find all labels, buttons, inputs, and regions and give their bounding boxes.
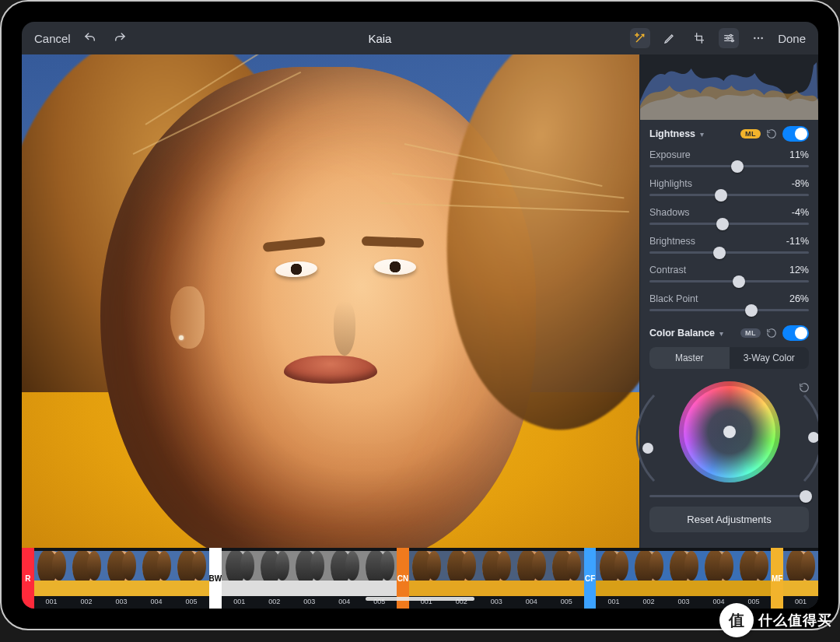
slider-brightness[interactable]: Brightness-11% — [640, 233, 818, 261]
svg-point-0 — [730, 34, 732, 37]
slider-value: -11% — [786, 236, 809, 247]
crop-icon[interactable] — [689, 28, 709, 48]
preset-group-mf[interactable]: MF — [771, 548, 783, 609]
tab-3way-color[interactable]: 3-Way Color — [730, 347, 810, 369]
reset-lightness-icon[interactable] — [765, 128, 778, 140]
adjustments-icon[interactable] — [719, 28, 739, 48]
slider-label: Black Point — [649, 293, 698, 304]
preset-label: 001 — [46, 598, 58, 605]
redo-icon[interactable] — [110, 28, 130, 48]
slider-value: -4% — [792, 207, 809, 218]
preset-item[interactable]: 003 — [479, 548, 514, 609]
svg-point-7 — [808, 432, 818, 443]
preset-label: 002 — [81, 598, 93, 605]
watermark-text: 什么值得买 — [758, 611, 832, 630]
slider-contrast[interactable]: Contrast12% — [640, 261, 818, 290]
preset-item[interactable]: 001 — [596, 548, 631, 609]
preset-label: 003 — [491, 598, 502, 605]
watermark-badge: 值 — [719, 603, 754, 637]
done-button[interactable]: Done — [778, 32, 806, 45]
lightness-toggle[interactable] — [782, 126, 809, 142]
svg-point-4 — [758, 37, 759, 39]
slider-highlights[interactable]: Highlights-8% — [640, 175, 818, 204]
color-balance-title: Color Balance — [649, 328, 715, 339]
preset-group-cf[interactable]: CF — [584, 548, 597, 609]
slider-label: Highlights — [649, 178, 692, 189]
chevron-down-icon: ▾ — [719, 329, 723, 338]
main-area: Lightness ▾ ML Exposure11%Highlights-8%S… — [22, 54, 818, 548]
undo-icon[interactable] — [80, 28, 100, 48]
slider-label: Exposure — [649, 149, 691, 160]
intensity-slider[interactable] — [649, 495, 809, 497]
preset-label: 004 — [338, 598, 350, 605]
preset-label: 004 — [151, 598, 163, 605]
preset-item[interactable]: 004 — [514, 548, 549, 609]
preset-item[interactable]: 002 — [257, 548, 292, 609]
home-indicator — [366, 597, 474, 601]
ml-badge[interactable]: ML — [740, 129, 761, 139]
svg-point-3 — [754, 37, 755, 39]
preset-item[interactable]: 004 — [139, 548, 174, 609]
adjustments-panel: Lightness ▾ ML Exposure11%Highlights-8%S… — [639, 54, 818, 548]
preset-item[interactable]: 003 — [292, 548, 327, 609]
ipad-frame: Cancel Kaia — [0, 0, 840, 630]
slider-shadows[interactable]: Shadows-4% — [640, 204, 818, 233]
slider-value: 26% — [789, 293, 809, 304]
document-title: Kaia — [144, 32, 616, 45]
preset-label: 003 — [116, 598, 128, 605]
lightness-title: Lightness — [649, 128, 695, 139]
preset-label: 001 — [233, 598, 245, 605]
preset-item[interactable]: 005 — [736, 548, 771, 609]
portrait-illustration — [22, 54, 639, 548]
svg-point-1 — [726, 37, 729, 40]
slider-label: Shadows — [649, 207, 689, 218]
colorbalance-mode-segment: Master 3-Way Color — [649, 347, 809, 369]
slider-label: Brightness — [649, 236, 695, 247]
slider-label: Contrast — [649, 265, 686, 275]
reset-colorbalance-icon[interactable] — [765, 327, 778, 339]
slider-value: 12% — [789, 265, 809, 275]
color-wheel-handle[interactable] — [723, 426, 736, 438]
preset-group-r[interactable]: R — [22, 548, 34, 609]
tab-master[interactable]: Master — [649, 347, 730, 369]
magic-wand-icon[interactable] — [630, 28, 650, 48]
preset-item[interactable]: 005 — [549, 548, 584, 609]
preset-label: 005 — [561, 598, 572, 605]
color-balance-section-header[interactable]: Color Balance ▾ ML — [640, 319, 818, 346]
pencil-icon[interactable] — [660, 28, 680, 48]
cancel-button[interactable]: Cancel — [34, 32, 71, 45]
preset-item[interactable]: 005 — [174, 548, 209, 609]
slider-exposure[interactable]: Exposure11% — [640, 146, 818, 175]
colorbalance-toggle[interactable] — [782, 325, 809, 341]
preset-item[interactable]: 001 — [222, 548, 257, 609]
preset-label: 002 — [268, 598, 280, 605]
preset-item[interactable]: 002 — [631, 548, 666, 609]
more-icon[interactable] — [748, 28, 768, 48]
preset-item[interactable]: 004 — [327, 548, 362, 609]
ml-badge[interactable]: ML — [740, 328, 761, 338]
reset-adjustments-button[interactable]: Reset Adjustments — [649, 507, 809, 532]
preset-label: 005 — [186, 598, 198, 605]
svg-point-5 — [761, 37, 763, 39]
preset-label: 004 — [526, 598, 537, 605]
preset-group-bw[interactable]: BW — [209, 548, 222, 609]
color-wheel-area — [640, 377, 818, 490]
color-wheel[interactable] — [679, 381, 780, 482]
slider-value: 11% — [789, 149, 809, 160]
preset-item[interactable]: 001 — [34, 548, 69, 609]
chevron-down-icon: ▾ — [700, 130, 704, 139]
preset-item[interactable]: 002 — [69, 548, 104, 609]
slider-value: -8% — [792, 178, 809, 189]
image-canvas[interactable] — [22, 54, 639, 548]
preset-label: 003 — [677, 598, 689, 605]
histogram — [640, 54, 818, 120]
app-viewport: Cancel Kaia — [22, 22, 818, 609]
preset-item[interactable]: 004 — [701, 548, 736, 609]
preset-item[interactable]: 003 — [104, 548, 139, 609]
watermark: 值 什么值得买 — [719, 603, 832, 637]
preset-item[interactable]: 003 — [666, 548, 701, 609]
slider-black-point[interactable]: Black Point26% — [640, 290, 818, 319]
preset-label: 003 — [303, 598, 315, 605]
lightness-section-header[interactable]: Lightness ▾ ML — [640, 120, 818, 146]
preset-item[interactable]: 001 — [783, 548, 818, 609]
